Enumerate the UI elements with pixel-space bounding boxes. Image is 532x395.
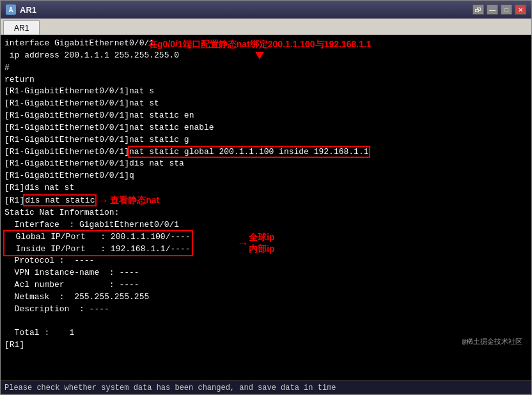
nat-static-global-cmd: nat static global 200.1.1.100 inside 192… xyxy=(129,147,368,157)
line-12: [R1-GigabitEthernet0/0/1]q xyxy=(4,170,528,182)
annotation-nat-static: 查看静态nat xyxy=(110,195,159,206)
line-4: return xyxy=(4,74,528,86)
line-10: [R1-GigabitEthernet0/0/1]nat static glob… xyxy=(4,146,528,159)
maximize-button[interactable]: □ xyxy=(501,4,512,15)
arrow-right-global-icon: → xyxy=(239,237,246,250)
annotation-inside: 内部ip xyxy=(249,244,274,255)
line-19: Protocol : ---- xyxy=(4,255,528,267)
status-text: Please check whether system data has bee… xyxy=(4,383,336,392)
title-bar-left: A AR1 xyxy=(6,4,36,15)
line-9: [R1-GigabitEthernet0/0/1]nat static g xyxy=(4,134,528,146)
line-14: [R1]dis nat static xyxy=(4,195,95,207)
line-24 xyxy=(4,316,528,328)
line-21: Acl number : ---- xyxy=(4,279,528,291)
line-3: # xyxy=(4,62,528,74)
line-23: Description : ---- xyxy=(4,304,528,316)
window-controls: 🗗 — □ ✕ xyxy=(473,4,526,15)
close-button[interactable]: ✕ xyxy=(515,4,526,15)
line-7: [R1-GigabitEthernet0/0/1]nat static en xyxy=(4,110,528,122)
line-16: Interface : GigabitEthernet0/0/1 xyxy=(4,219,528,231)
annotation-top-container: 在g0/0/1端口配置静态nat绑定200.1.1.100与192.168.1.… xyxy=(148,39,372,59)
bottom-status-bar: Please check whether system data has bee… xyxy=(1,380,531,394)
title-bar: A AR1 🗗 — □ ✕ xyxy=(1,1,531,19)
tab-bar: AR1 xyxy=(1,19,531,35)
line-20: VPN instance-name : ---- xyxy=(4,267,528,279)
annotation-global-inside-container: → 全球ip 内部ip xyxy=(239,231,274,256)
line-5: [R1-GigabitEthernet0/0/1]nat s xyxy=(4,86,528,98)
annotation-global: 全球ip xyxy=(249,232,274,244)
terminal-content: interface GigabitEthernet0/0/1 ip addres… xyxy=(4,38,528,352)
dis-nat-static-row: [R1]dis nat static → 查看静态nat xyxy=(4,194,528,207)
terminal-area[interactable]: interface GigabitEthernet0/0/1 ip addres… xyxy=(1,35,531,380)
arrow-right-icon: → xyxy=(99,194,106,207)
watermark: @稀土掘金技术社区 xyxy=(462,337,522,346)
tab-ar1[interactable]: AR1 xyxy=(3,20,40,35)
line-6: [R1-GigabitEthernet0/0/1]nat st xyxy=(4,98,528,110)
line-18: Inside IP/Port : 192.168.1.1/---- xyxy=(6,244,191,256)
main-window: A AR1 🗗 — □ ✕ AR1 interface GigabitEther… xyxy=(0,0,532,395)
line-15: Static Nat Information: xyxy=(4,207,528,219)
annotation-top-text: 在g0/0/1端口配置静态nat绑定200.1.1.100与192.168.1.… xyxy=(148,39,372,50)
window-title: AR1 xyxy=(20,5,36,15)
ip-port-box: Global IP/Port : 200.1.1.100/---- Inside… xyxy=(4,231,192,256)
line-17: Global IP/Port : 200.1.1.100/---- xyxy=(6,231,191,244)
line-22: Netmask : 255.255.255.255 xyxy=(4,291,528,304)
line-13: [R1]dis nat st xyxy=(4,182,528,194)
ip-port-box-container: Global IP/Port : 200.1.1.100/---- Inside… xyxy=(4,231,192,256)
line-26: [R1] xyxy=(4,339,528,352)
line-25: Total : 1 xyxy=(4,327,528,339)
restore-button[interactable]: 🗗 xyxy=(473,4,484,15)
minimize-button[interactable]: — xyxy=(487,4,498,15)
line-11: [R1-GigabitEthernet0/0/1]dis nat sta xyxy=(4,158,528,170)
line-8: [R1-GigabitEthernet0/0/1]nat static enab… xyxy=(4,122,528,134)
app-icon: A xyxy=(6,4,16,15)
annotation-global-inside-text: 全球ip 内部ip xyxy=(249,232,274,255)
dis-nat-static-cmd: dis nat static xyxy=(24,196,95,205)
arrow-down-icon xyxy=(255,52,264,59)
